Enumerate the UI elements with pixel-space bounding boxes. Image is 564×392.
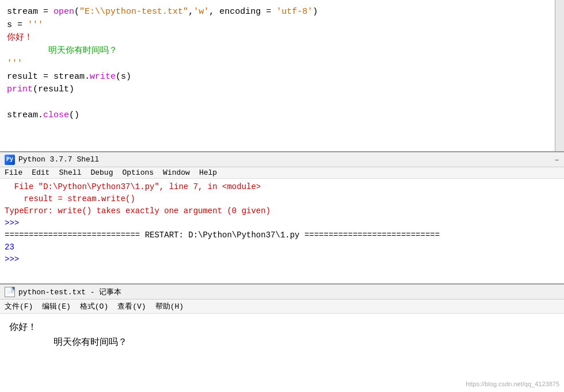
notepad-menubar: 文件(F) 编辑(E) 格式(O) 查看(V) 帮助(H) [0, 299, 564, 314]
shell-title: Python 3.7.7 Shell [18, 155, 99, 164]
notepad-menu-help[interactable]: 帮助(H) [155, 301, 184, 312]
shell-menu-edit[interactable]: Edit [32, 168, 49, 177]
shell-titlebar: Py Python 3.7.7 Shell – [0, 152, 564, 167]
shell-menu-file[interactable]: File [5, 168, 22, 177]
notepad-menu-edit[interactable]: 编辑(E) [42, 301, 70, 312]
shell-menu-options[interactable]: Options [122, 168, 154, 177]
notepad-title: python-test.txt - 记事本 [18, 287, 121, 297]
python-shell-icon: Py [5, 155, 15, 165]
shell-menu-shell[interactable]: Shell [59, 168, 81, 177]
shell-content: File "D:\Python\Python37\1.py", line 7, … [0, 179, 564, 283]
shell-menu-help[interactable]: Help [199, 168, 217, 177]
notepad-menu-format[interactable]: 格式(O) [80, 301, 108, 312]
shell-panel: Py Python 3.7.7 Shell – File Edit Shell … [0, 152, 564, 285]
notepad-panel: 📄 python-test.txt - 记事本 文件(F) 编辑(E) 格式(O… [0, 285, 564, 392]
shell-menubar: File Edit Shell Debug Options Window Hel… [0, 167, 564, 179]
shell-titlebar-left: Py Python 3.7.7 Shell [5, 155, 99, 165]
notepad-icon: 📄 [5, 287, 15, 297]
notepad-menu-file[interactable]: 文件(F) [5, 301, 33, 312]
notepad-menu-view[interactable]: 查看(V) [117, 301, 146, 312]
shell-output: File "D:\Python\Python37\1.py", line 7, … [5, 181, 559, 266]
shell-close-button[interactable]: – [555, 155, 559, 164]
shell-menu-debug[interactable]: Debug [90, 168, 113, 177]
notepad-text: 你好！ 明天你有时间吗？ [9, 321, 555, 350]
watermark: https://blog.csdn.net/qq_4123875 [466, 381, 559, 387]
code-content: stream = open("E:\\python-test.txt",'w',… [7, 6, 557, 122]
shell-menu-window[interactable]: Window [163, 168, 190, 177]
code-editor: stream = open("E:\\python-test.txt",'w',… [0, 0, 564, 152]
notepad-titlebar: 📄 python-test.txt - 记事本 [0, 285, 564, 299]
editor-scrollbar[interactable] [555, 0, 564, 151]
